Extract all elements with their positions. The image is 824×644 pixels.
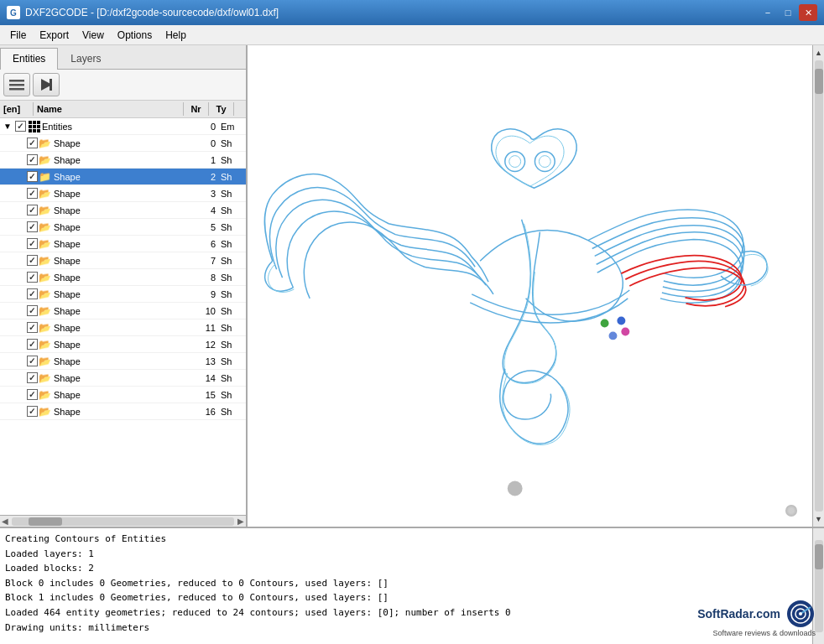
menu-options[interactable]: Options [111,27,159,44]
tree-row[interactable]: 📂Shape12Sh [0,336,246,353]
tree-area[interactable]: ▼ Entities 0 Em 📂Shape0Sh📂Shape1Sh📁S [0,118,246,515]
tree-row[interactable]: 📂Shape8Sh [0,269,246,286]
row-checkbox[interactable] [25,188,39,199]
row-nr: 5 [197,222,221,232]
row-checkbox[interactable] [25,356,39,366]
svg-point-6 [535,152,555,172]
close-button[interactable]: ✕ [799,4,817,21]
folder-icon: 📁 [39,171,54,183]
row-checkbox[interactable] [25,389,39,400]
svg-point-8 [539,156,550,168]
tree-row[interactable]: 📂Shape3Sh [0,185,246,202]
svg-rect-2 [9,88,24,91]
menu-file[interactable]: File [3,27,33,44]
tree-col-ty: Ty [209,102,234,116]
toolbar-btn-2[interactable] [33,73,60,96]
row-ty: Sh [221,256,246,266]
log-line: Drawing units: millimeters [5,621,807,636]
tree-scrollbar-h[interactable]: ◀ ▶ [0,515,246,527]
entities-checkbox[interactable] [13,121,27,132]
tree-row[interactable]: 📂Shape11Sh [0,319,246,336]
tree-row[interactable]: 📂Shape14Sh [0,370,246,387]
row-nr: 9 [197,289,221,299]
row-ty: Sh [221,306,246,316]
row-checkbox[interactable] [25,221,39,232]
minimize-button[interactable]: − [759,4,777,21]
folder-icon: 📂 [39,339,54,351]
tab-entities[interactable]: Entities [0,48,58,70]
row-nr: 8 [197,273,221,283]
folder-icon: 📂 [39,205,54,216]
row-name: Shape [54,273,197,283]
row-nr: 12 [197,340,221,350]
row-nr: 14 [197,373,221,383]
row-checkbox[interactable] [25,171,39,182]
tree-row[interactable]: 📂Shape13Sh [0,353,246,370]
tree-row[interactable]: 📂Shape9Sh [0,286,246,303]
entities-name: Entities [42,122,197,132]
expand-icon[interactable]: ▼ [2,122,13,131]
row-ty: Sh [221,340,246,350]
row-name: Shape [54,239,197,249]
folder-icon: 📂 [39,138,54,149]
svg-point-9 [601,319,609,328]
log-scrollbar[interactable] [812,528,824,644]
tree-row[interactable]: 📂Shape7Sh [0,252,246,269]
scroll-up-arrow[interactable]: ▲ [813,47,824,59]
row-nr: 11 [197,323,221,333]
row-checkbox[interactable] [25,205,39,216]
menu-view[interactable]: View [76,27,111,44]
row-nr: 10 [197,306,221,316]
row-ty: Sh [221,239,246,249]
menu-export[interactable]: Export [33,27,76,44]
row-name: Shape [54,289,197,299]
tab-bar: Entities Layers [0,45,246,70]
row-checkbox[interactable] [25,372,39,383]
row-name: Shape [54,356,197,366]
folder-icon: 📂 [39,255,54,267]
row-nr: 4 [197,205,221,216]
maximize-button[interactable]: □ [779,4,797,21]
row-checkbox[interactable] [25,288,39,299]
row-ty: Sh [221,172,246,182]
row-checkbox[interactable] [25,406,39,417]
main-content: Entities Layers [en] Name Nr Ty [0,45,824,644]
row-nr: 16 [197,407,221,417]
row-checkbox[interactable] [25,238,39,249]
row-name: Shape [54,138,197,148]
row-checkbox[interactable] [25,154,39,165]
tree-entities-row[interactable]: ▼ Entities 0 Em [0,118,246,135]
row-name: Shape [54,390,197,400]
tree-row[interactable]: 📂Shape6Sh [0,236,246,252]
canvas-area[interactable]: .owl-path { fill: none; stroke: #5aacde;… [248,45,812,527]
work-area: Entities Layers [en] Name Nr Ty [0,45,824,527]
row-ty: Sh [221,155,246,165]
svg-rect-1 [9,84,24,86]
tree-row[interactable]: 📂Shape5Sh [0,219,246,236]
row-checkbox[interactable] [25,255,39,266]
row-ty: Sh [221,390,246,400]
row-checkbox[interactable] [25,339,39,350]
row-checkbox[interactable] [25,272,39,283]
menu-help[interactable]: Help [159,27,193,44]
tree-row[interactable]: 📂Shape1Sh [0,152,246,169]
toolbar-btn-1[interactable] [3,73,30,96]
tree-row[interactable]: 📂Shape0Sh [0,135,246,152]
row-checkbox[interactable] [25,138,39,148]
row-ty: Sh [221,273,246,283]
status-area: Creating Contours of EntitiesLoaded laye… [0,527,824,644]
row-name: Shape [54,407,197,417]
folder-icon: 📂 [39,188,54,200]
tree-row[interactable]: 📂Shape10Sh [0,303,246,319]
row-checkbox[interactable] [25,305,39,316]
tree-row[interactable]: 📂Shape15Sh [0,387,246,403]
row-checkbox[interactable] [25,322,39,333]
tree-row[interactable]: 📁Shape2Sh [0,169,246,185]
canvas-scrollbar-v[interactable]: ▲ ▼ [812,45,824,527]
tree-row[interactable]: 📂Shape16Sh [0,403,246,420]
row-name: Shape [54,323,197,333]
tree-row[interactable]: 📂Shape4Sh [0,202,246,219]
scroll-down-arrow[interactable]: ▼ [813,513,824,525]
tab-layers[interactable]: Layers [58,48,113,69]
svg-point-5 [505,152,525,172]
